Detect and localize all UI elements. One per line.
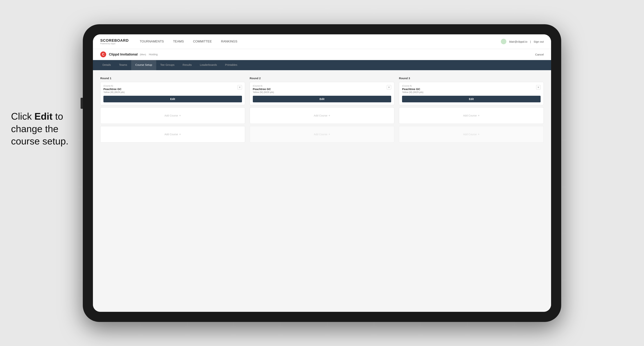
round-3-add-course-1[interactable]: Add Course + [399, 107, 544, 124]
round-2-course-card: (Course A) Peachtree GC Yellow (M) (6629… [250, 82, 394, 105]
round-2-title: Round 2 [250, 77, 394, 80]
rounds-container: Round 1 (Course A) Peachtree GC Yellow (… [100, 77, 544, 145]
round-3-course-info: (Course A) Peachtree GC Yellow (M) (6629… [402, 85, 536, 96]
round-1-add-course-2[interactable]: Add Course + [100, 126, 245, 143]
tab-leaderboards[interactable]: Leaderboards [196, 60, 221, 70]
round-3-plus-icon-1: + [478, 114, 480, 117]
round-3-add-text-1: Add Course + [463, 114, 480, 117]
round-3-course-label: (Course A) [402, 85, 536, 87]
tab-printables[interactable]: Printables [221, 60, 242, 70]
sign-out-link[interactable]: Sign out [534, 40, 544, 43]
round-2-course-label: (Course A) [253, 85, 387, 87]
round-1-add-text-2: Add Course + [164, 133, 181, 136]
annotation-bold: Edit [34, 111, 52, 122]
round-1-course-header: (Course A) Peachtree GC Yellow (M) (6629… [100, 82, 245, 96]
round-3-course-card: (Course A) Peachtree GC Yellow (M) (6629… [399, 82, 544, 105]
round-3-course-header: (Course A) Peachtree GC Yellow (M) (6629… [399, 82, 544, 96]
round-2-plus-icon-2: + [328, 133, 330, 136]
scoreboard-logo: SCOREBOARD Powered by clippd [100, 38, 128, 45]
main-content: Round 1 (Course A) Peachtree GC Yellow (… [93, 70, 551, 312]
round-2-course-header: (Course A) Peachtree GC Yellow (M) (6629… [250, 82, 394, 96]
nav-teams[interactable]: TEAMS [173, 39, 184, 44]
gender-badge: (Men) [140, 53, 146, 56]
sub-header: C Clippd Invitational (Men) Hosting Canc… [93, 49, 551, 60]
round-2-plus-icon-1: + [328, 114, 330, 117]
round-1-course-details: Yellow (M) (6629 yds) [104, 91, 238, 94]
round-3-course-details: Yellow (M) (6629 yds) [402, 91, 536, 94]
round-3-plus-icon-2: + [478, 133, 480, 136]
tablet-screen: SCOREBOARD Powered by clippd TOURNAMENTS… [93, 34, 551, 312]
round-2-column: Round 2 (Course A) Peachtree GC Yellow (… [250, 77, 394, 145]
tournament-name: Clippd Invitational [109, 53, 138, 56]
tabs-bar: Details Teams Course Setup Tee Groups Re… [93, 60, 551, 70]
round-1-course-name: Peachtree GC [104, 87, 238, 91]
round-1-edit-button[interactable]: Edit [104, 96, 242, 102]
tab-details[interactable]: Details [98, 60, 115, 70]
round-3-course-name: Peachtree GC [402, 87, 536, 91]
round-3-add-text-2: Add Course + [463, 133, 480, 136]
round-2-course-info: (Course A) Peachtree GC Yellow (M) (6629… [253, 85, 387, 96]
nav-rankings[interactable]: RANKINGS [221, 39, 237, 44]
round-3-add-course-2: Add Course + [399, 126, 544, 143]
round-3-delete-button[interactable]: ✕ [536, 85, 540, 89]
round-2-add-text-2: Add Course + [314, 133, 330, 136]
nav-right: blair@clippd.io | Sign out [501, 39, 544, 44]
nav-separator: | [530, 40, 531, 43]
round-2-course-details: Yellow (M) (6629 yds) [253, 91, 387, 94]
clippd-logo: C [100, 51, 106, 57]
user-email: blair@clippd.io [509, 40, 527, 43]
tab-course-setup[interactable]: Course Setup [131, 60, 156, 70]
round-1-column: Round 1 (Course A) Peachtree GC Yellow (… [100, 77, 245, 145]
round-1-course-label: (Course A) [104, 85, 238, 87]
round-3-title: Round 3 [399, 77, 544, 80]
round-2-edit-button[interactable]: Edit [253, 96, 391, 102]
round-1-course-card: (Course A) Peachtree GC Yellow (M) (6629… [100, 82, 245, 105]
round-2-add-course-1[interactable]: Add Course + [250, 107, 394, 124]
round-1-plus-icon-1: + [179, 114, 181, 117]
round-1-course-info: (Course A) Peachtree GC Yellow (M) (6629… [104, 85, 238, 96]
tab-teams[interactable]: Teams [115, 60, 131, 70]
annotation-prefix: Click [11, 111, 34, 122]
round-1-plus-icon-2: + [179, 133, 181, 136]
annotation-text: Click Edit tochange thecourse setup. [11, 110, 68, 148]
round-3-column: Round 3 (Course A) Peachtree GC Yellow (… [399, 77, 544, 145]
tab-results[interactable]: Results [178, 60, 196, 70]
round-2-delete-button[interactable]: ✕ [387, 85, 391, 89]
round-2-add-course-2: Add Course + [250, 126, 394, 143]
logo-subtitle: Powered by clippd [100, 43, 128, 45]
tab-tee-groups[interactable]: Tee Groups [156, 60, 179, 70]
nav-links: TOURNAMENTS TEAMS COMMITTEE RANKINGS [140, 39, 501, 44]
round-2-course-name: Peachtree GC [253, 87, 387, 91]
round-1-title: Round 1 [100, 77, 245, 80]
round-1-delete-button[interactable]: ✕ [238, 85, 242, 89]
tablet-frame: SCOREBOARD Powered by clippd TOURNAMENTS… [83, 24, 561, 322]
top-nav: SCOREBOARD Powered by clippd TOURNAMENTS… [93, 34, 551, 49]
round-2-add-text-1: Add Course + [314, 114, 330, 117]
round-1-add-text-1: Add Course + [164, 114, 181, 117]
user-avatar [501, 39, 506, 44]
cancel-button[interactable]: Cancel [535, 53, 544, 56]
logo-title: SCOREBOARD [100, 38, 128, 43]
hosting-label: Hosting [149, 53, 158, 56]
nav-tournaments[interactable]: TOURNAMENTS [140, 39, 164, 44]
round-3-edit-button[interactable]: Edit [402, 96, 540, 102]
round-1-add-course-1[interactable]: Add Course + [100, 107, 245, 124]
nav-committee[interactable]: COMMITTEE [193, 39, 212, 44]
